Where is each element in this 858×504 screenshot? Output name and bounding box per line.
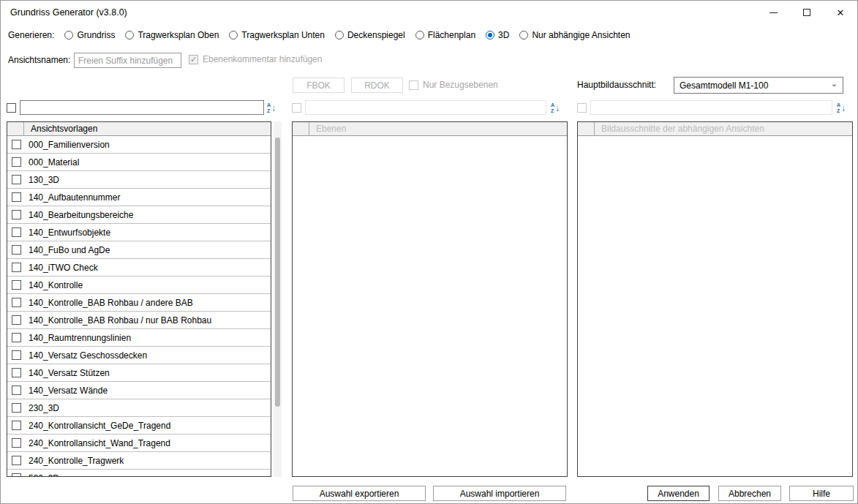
- list-item[interactable]: 000_Familienversion: [7, 136, 271, 154]
- list-item-label: 240_Kontrollansicht_GeDe_Tragend: [29, 421, 170, 431]
- item-checkbox[interactable]: [12, 350, 21, 360]
- list-item[interactable]: 140_iTWO Check: [7, 259, 271, 277]
- scrollbar-thumb[interactable]: [275, 138, 280, 407]
- item-checkbox[interactable]: [12, 227, 21, 237]
- list-item-label: 230_3D: [29, 403, 59, 413]
- levels-header-label: Ebenen: [309, 124, 346, 134]
- templates-header-label: Ansichtsvorlagen: [24, 124, 97, 134]
- list-item[interactable]: 140_Kontrolle: [7, 277, 271, 294]
- item-checkbox[interactable]: [12, 157, 21, 167]
- select-all-crops-checkbox: [577, 103, 587, 113]
- radio-nur-abhängige-ansichten[interactable]: Nur abhängige Ansichten: [519, 30, 630, 40]
- apply-button[interactable]: Anwenden: [647, 486, 710, 501]
- close-button[interactable]: ✕: [824, 1, 857, 24]
- generate-row: Generieren: GrundrissTragwerksplan ObenT…: [1, 24, 857, 46]
- list-item[interactable]: 140_Versatz Stützen: [7, 364, 271, 382]
- crops-panel-header: Bildausschnitte der abhängigen Ansichten: [578, 122, 852, 136]
- nur-bezugsebenen-checkbox: Nur Bezugsebenen: [409, 80, 498, 90]
- list-item[interactable]: 240_Kontrollansicht_Wand_Tragend: [7, 435, 271, 452]
- cancel-button[interactable]: Abbrechen: [718, 486, 781, 501]
- list-item[interactable]: 530_3D: [7, 470, 271, 476]
- item-checkbox[interactable]: [12, 192, 21, 202]
- list-item[interactable]: 140_Bearbeitungsbereiche: [7, 206, 271, 224]
- crop-filter-input: [590, 100, 832, 115]
- item-checkbox[interactable]: [12, 421, 21, 430]
- radio-label: 3D: [498, 30, 509, 40]
- list-item[interactable]: 140_Kontrolle_BAB Rohbau / nur BAB Rohba…: [7, 312, 271, 329]
- radio-grundriss[interactable]: Grundriss: [64, 30, 115, 40]
- list-item-label: 140_Kontrolle: [29, 280, 83, 290]
- item-checkbox[interactable]: [12, 210, 21, 219]
- item-checkbox[interactable]: [12, 403, 21, 413]
- item-checkbox[interactable]: [12, 368, 21, 377]
- list-item[interactable]: 240_Kontrollansicht_GeDe_Tragend: [7, 417, 271, 435]
- item-checkbox[interactable]: [12, 245, 21, 255]
- item-checkbox[interactable]: [12, 333, 21, 342]
- radio-icon: [229, 31, 238, 40]
- list-item-label: 140_Versatz Wände: [29, 385, 108, 396]
- radio-label: Tragwerksplan Oben: [138, 30, 219, 40]
- list-item[interactable]: 140_FuBo und AgDe: [7, 241, 271, 259]
- radio-tragwerksplan-unten[interactable]: Tragwerksplan Unten: [229, 30, 325, 40]
- item-checkbox[interactable]: [12, 315, 21, 325]
- item-checkbox[interactable]: [12, 280, 21, 290]
- dialog-window: Grundriss Generator (v3.8.0) ✕ Generiere…: [0, 0, 858, 504]
- titlebar: Grundriss Generator (v3.8.0) ✕: [1, 1, 857, 24]
- ebenenkommentar-checkbox: ✓ Ebenenkommentar hinzufügen: [189, 54, 322, 64]
- sort-az-levels-icon: AZ ↓: [551, 102, 564, 114]
- radio-deckenspiegel[interactable]: Deckenspiegel: [335, 30, 405, 40]
- list-item-label: 240_Kontrollansicht_Wand_Tragend: [29, 438, 170, 448]
- radio-flächenplan[interactable]: Flächenplan: [415, 30, 475, 40]
- radio-tragwerksplan-oben[interactable]: Tragwerksplan Oben: [125, 30, 219, 40]
- list-item-label: 140_Kontrolle_BAB Rohbau / andere BAB: [29, 298, 193, 308]
- hauptbildausschnitt-select[interactable]: Gesamtmodell M1-100 ⌄: [674, 77, 843, 94]
- list-item[interactable]: 140_Aufbautennummer: [7, 189, 271, 206]
- item-checkbox[interactable]: [12, 385, 21, 395]
- generate-radio-group: GrundrissTragwerksplan ObenTragwerksplan…: [64, 30, 630, 40]
- list-item[interactable]: 140_Raumtrennungslinien: [7, 329, 271, 347]
- view-name-label: Ansichtsnamen:: [8, 55, 70, 65]
- crops-panel: Bildausschnitte der abhängigen Ansichten: [577, 121, 853, 477]
- templates-scrollbar[interactable]: [274, 121, 282, 477]
- item-checkbox[interactable]: [12, 140, 21, 149]
- suffix-input[interactable]: [74, 53, 181, 68]
- select-all-templates-checkbox[interactable]: [7, 103, 16, 113]
- list-item[interactable]: 130_3D: [7, 171, 271, 189]
- window-controls: ✕: [756, 1, 857, 24]
- import-selection-button[interactable]: Auswahl importieren: [433, 486, 566, 501]
- sort-az-templates-icon[interactable]: AZ ↓: [267, 102, 280, 114]
- list-item[interactable]: 240_Kontrolle_Tragwerk: [7, 452, 271, 470]
- rdok-button: RDOK: [351, 78, 403, 93]
- item-checkbox[interactable]: [12, 438, 21, 448]
- item-checkbox[interactable]: [12, 456, 21, 465]
- minimize-button[interactable]: [756, 1, 790, 24]
- list-item[interactable]: 140_Kontrolle_BAB Rohbau / andere BAB: [7, 294, 271, 312]
- crops-list: [578, 136, 852, 476]
- list-item-label: 000_Familienversion: [29, 140, 110, 150]
- export-selection-button[interactable]: Auswahl exportieren: [293, 486, 426, 501]
- list-item[interactable]: 230_3D: [7, 399, 271, 417]
- maximize-button[interactable]: [790, 1, 824, 24]
- help-button[interactable]: Hilfe: [789, 486, 854, 501]
- radio-3d[interactable]: 3D: [486, 30, 509, 40]
- item-checkbox[interactable]: [12, 473, 21, 476]
- radio-icon: [64, 31, 73, 40]
- list-item[interactable]: 140_Entwurfsobjekte: [7, 224, 271, 241]
- template-filter-input[interactable]: [20, 100, 264, 115]
- hauptbildausschnitt-value: Gesamtmodell M1-100: [680, 80, 768, 91]
- filter-row: AZ ↓ AZ ↓ AZ ↓: [1, 100, 857, 116]
- list-item[interactable]: 000_Material: [7, 154, 271, 171]
- list-item-label: 530_3D: [29, 473, 59, 477]
- list-item-label: 130_3D: [29, 175, 59, 185]
- item-checkbox[interactable]: [12, 298, 21, 307]
- item-checkbox[interactable]: [12, 263, 21, 272]
- radio-label: Flächenplan: [428, 30, 475, 40]
- nur-bezugsebenen-label: Nur Bezugsebenen: [423, 80, 498, 90]
- list-item-label: 140_Versatz Geschossdecken: [29, 350, 147, 361]
- list-item[interactable]: 140_Versatz Geschossdecken: [7, 347, 271, 364]
- level-filter-input: [305, 100, 546, 115]
- list-item-label: 140_Bearbeitungsbereiche: [29, 210, 133, 220]
- list-item[interactable]: 140_Versatz Wände: [7, 382, 271, 399]
- radio-icon: [486, 31, 494, 40]
- item-checkbox[interactable]: [12, 175, 21, 184]
